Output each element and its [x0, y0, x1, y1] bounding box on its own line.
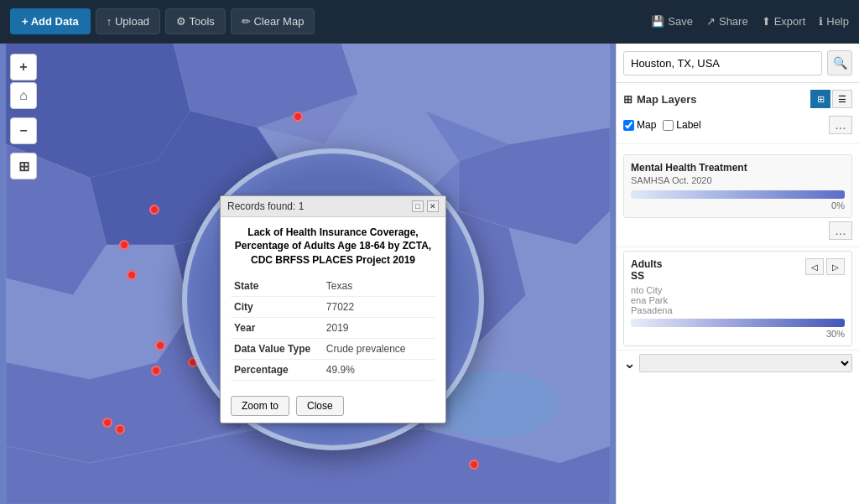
map-controls: + ⌂ − ⊞ [10, 54, 37, 179]
grid-view-button[interactable]: ⊞ [810, 90, 830, 108]
save-icon: 💾 [651, 15, 664, 28]
map-area[interactable]: + ⌂ − ⊞ Records found: 1 □ ✕ [0, 44, 616, 504]
layers-button[interactable]: ⊞ [10, 153, 37, 179]
popup-body: Lack of Health Insurance Coverage, Perce… [221, 217, 445, 389]
popup-row-value: Crude prevalence [323, 338, 435, 359]
home-button[interactable]: ⌂ [10, 82, 37, 109]
search-bar: 🔍 [617, 44, 859, 83]
popup-table: StateTexasCity77022Year2019Data Value Ty… [231, 276, 435, 381]
expand-icon[interactable]: ⌄ [623, 354, 636, 372]
zoom-in-button[interactable]: + [10, 54, 37, 81]
popup-row-label: Data Value Type [231, 338, 323, 359]
popup-row-label: Percentage [231, 359, 323, 380]
map-dot[interactable] [469, 460, 479, 470]
map-checkbox[interactable] [623, 120, 634, 131]
insurance-layer-btn2[interactable]: ▷ [826, 258, 845, 275]
toolbar-right: 💾 Save ↗ Share ⬆ Export ℹ Help [651, 15, 849, 28]
popup-titlebar-controls: □ ✕ [412, 200, 439, 212]
insurance-layer-btn1[interactable]: ◁ [805, 258, 824, 275]
map-dot[interactable] [293, 112, 303, 122]
popup-table-row: City77022 [231, 296, 435, 317]
popup-table-row: Year2019 [231, 317, 435, 338]
label-checkbox-label[interactable]: Label [663, 119, 700, 131]
mental-health-layer-title: Mental Health Treatment [631, 162, 845, 174]
export-icon: ⬆ [762, 15, 771, 28]
view-toggle-buttons: ⊞ ☰ [810, 90, 852, 108]
mental-health-layer-section: Mental Health Treatment SAMHSA Oct. 2020… [617, 144, 859, 247]
main-container: + ⌂ − ⊞ Records found: 1 □ ✕ [0, 44, 859, 504]
mental-health-layer-sub: SAMHSA Oct. 2020 [631, 175, 845, 185]
popup-records-found: Records found: 1 [227, 200, 304, 212]
panel-scrollable[interactable]: Adults SS ◁ ▷ nto Cityena ParkPasadena 3… [617, 247, 859, 504]
insurance-layer-controls: ◁ ▷ [805, 258, 845, 275]
zoom-out-button[interactable]: − [10, 117, 37, 144]
right-panel: 🔍 ⊞ Map Layers ⊞ ☰ Map [616, 44, 859, 504]
insurance-layer-card: Adults SS ◁ ▷ nto Cityena ParkPasadena 3… [623, 251, 852, 346]
mental-health-more-button[interactable]: … [829, 221, 852, 240]
popup-close-button[interactable]: ✕ [427, 200, 439, 212]
map-dot[interactable] [377, 433, 388, 443]
share-button[interactable]: ↗ Share [706, 15, 748, 28]
map-dot[interactable] [115, 424, 125, 434]
layer-checks: Map Label [623, 119, 701, 131]
popup-table-row: Percentage49.9% [231, 359, 435, 380]
popup-title: Lack of Health Insurance Coverage, Perce… [231, 226, 435, 268]
popup-table-row: Data Value TypeCrude prevalence [231, 338, 435, 359]
map-dot[interactable] [151, 366, 161, 376]
popup-row-value: 49.9% [323, 359, 435, 380]
insurance-gradient [631, 319, 845, 327]
share-icon: ↗ [706, 15, 716, 28]
location-search-input[interactable] [623, 51, 822, 75]
close-popup-button[interactable]: Close [296, 396, 344, 416]
popup-row-value: 2019 [323, 317, 435, 338]
save-button[interactable]: 💾 Save [651, 15, 693, 28]
popup-table-row: StateTexas [231, 276, 435, 297]
popup-footer: Zoom to Close [221, 389, 445, 423]
map-dot[interactable] [205, 349, 215, 359]
popup-row-value: Texas [323, 276, 435, 297]
insurance-layer-title: Adults SS [631, 258, 805, 282]
search-button[interactable]: 🔍 [827, 50, 852, 75]
zoom-to-button[interactable]: Zoom to [231, 396, 289, 416]
map-dot[interactable] [188, 357, 198, 367]
layer-select[interactable] [639, 354, 852, 372]
mental-health-gradient [631, 190, 845, 199]
help-button[interactable]: ℹ Help [819, 15, 849, 28]
export-button[interactable]: ⬆ Export [762, 15, 806, 28]
add-data-button[interactable]: + Add Data [10, 8, 91, 34]
toolbar: + Add Data ↑ Upload ⚙ Tools ✏ Clear Map … [0, 0, 859, 44]
map-dot[interactable] [102, 418, 112, 428]
insurance-layer-location: nto Cityena ParkPasadena [631, 285, 845, 315]
map-layers-header: ⊞ Map Layers ⊞ ☰ [623, 90, 852, 108]
map-layers-title: ⊞ Map Layers [623, 93, 697, 106]
mental-health-gradient-labels: 0% [631, 200, 845, 210]
map-dot[interactable] [200, 336, 210, 346]
popup-minimize-button[interactable]: □ [412, 200, 424, 212]
map-dot[interactable] [119, 240, 129, 250]
upload-button[interactable]: ↑ Upload [96, 8, 160, 34]
map-checkbox-label[interactable]: Map [623, 119, 656, 131]
label-checkbox[interactable] [663, 120, 674, 131]
clear-map-button[interactable]: ✏ Clear Map [231, 8, 315, 34]
popup-window[interactable]: Records found: 1 □ ✕ Lack of Health Insu… [220, 195, 446, 423]
map-dot[interactable] [149, 205, 159, 215]
toolbar-left: + Add Data ↑ Upload ⚙ Tools ✏ Clear Map [10, 8, 315, 34]
popup-titlebar: Records found: 1 □ ✕ [221, 196, 445, 217]
insurance-gradient-labels: 30% [631, 329, 845, 339]
layer-checkbox-row: Map Label … [623, 113, 852, 137]
map-dot[interactable] [127, 270, 137, 280]
layer-more-button[interactable]: … [829, 116, 852, 134]
popup-row-label: City [231, 296, 323, 317]
map-dot[interactable] [188, 270, 198, 280]
layers-icon: ⊞ [623, 93, 633, 106]
popup-row-value: 77022 [323, 296, 435, 317]
tools-button[interactable]: ⚙ Tools [165, 8, 226, 34]
help-icon: ℹ [819, 15, 823, 28]
list-view-button[interactable]: ☰ [832, 90, 852, 108]
insurance-layer-header: Adults SS ◁ ▷ [631, 258, 845, 282]
select-row: ⌄ [617, 350, 859, 376]
popup-row-label: Year [231, 317, 323, 338]
popup-row-label: State [231, 276, 323, 297]
map-dot[interactable] [155, 340, 165, 351]
map-layers-section: ⊞ Map Layers ⊞ ☰ Map Label [617, 83, 859, 144]
